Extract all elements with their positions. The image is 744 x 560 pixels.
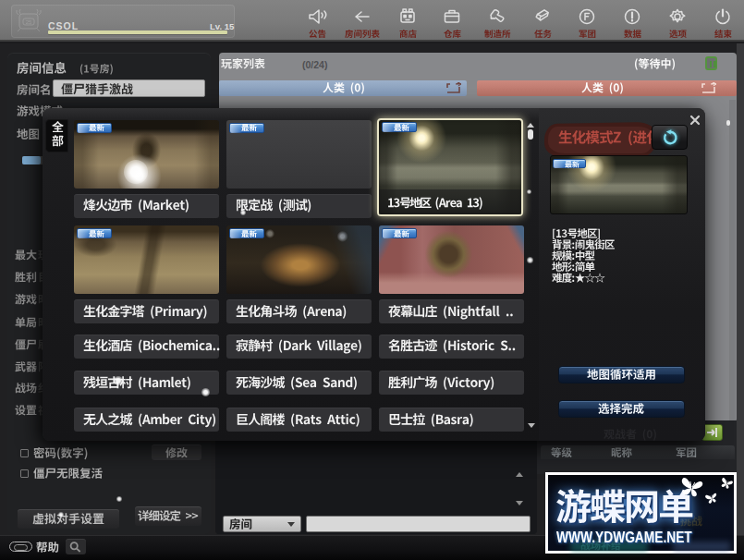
svg-text:25: 25 — [26, 19, 32, 25]
